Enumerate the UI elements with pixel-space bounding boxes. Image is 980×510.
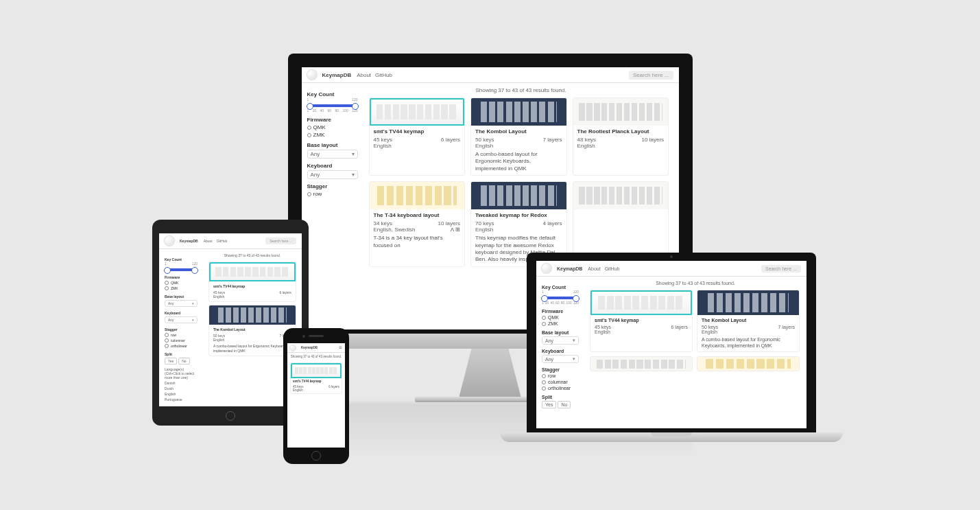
- keymap-card[interactable]: The Kombol Layout 50 keys7 layers Englis…: [697, 290, 800, 352]
- search-input[interactable]: Search here ...: [761, 265, 801, 273]
- firmware-label: Firmware: [307, 117, 358, 123]
- results-count: Showing 37 to 43 of 43 results found.: [369, 87, 673, 93]
- macbook-screen: KeymapDB AboutGitHub Search here ... Key…: [536, 261, 806, 428]
- key-count-slider[interactable]: [307, 104, 358, 107]
- keymap-card[interactable]: The T-34 keyboard layout 34 keys10 layer…: [369, 181, 466, 267]
- chevron-down-icon: ▾: [352, 151, 355, 157]
- app-logo-icon: [307, 70, 317, 80]
- home-button-icon[interactable]: [226, 411, 235, 421]
- card-title: The Rootiest Planck Layout: [577, 128, 665, 135]
- ipad-screen: KeymapDB AboutGitHub Search here ... Key…: [159, 233, 302, 406]
- card-title: smt's TV44 keymap: [374, 128, 461, 135]
- key-count-slider[interactable]: [165, 268, 198, 271]
- hamburger-icon[interactable]: ≡: [339, 345, 342, 351]
- keymap-thumbnail: [471, 98, 566, 126]
- keymap-card[interactable]: smt's TV44 keymap 45 keys6 layers Englis…: [590, 290, 693, 352]
- keymap-card[interactable]: smt's TV44 keymap 45 keys6 layers Englis…: [290, 362, 342, 394]
- linux-icon: Λ: [451, 227, 454, 233]
- keymap-card[interactable]: [590, 356, 693, 371]
- keyboard-select[interactable]: Any▾: [307, 170, 358, 179]
- keymap-card[interactable]: The Rootiest Planck Layout 48 keys10 lay…: [573, 97, 669, 176]
- iphone-screen: KeymapDB ≡ Showing 37 to 43 of 43 result…: [287, 343, 345, 448]
- iphone-device: KeymapDB ≡ Showing 37 to 43 of 43 result…: [283, 328, 349, 464]
- keymap-thumbnail: [573, 98, 669, 126]
- keymap-thumbnail: [471, 182, 566, 209]
- key-count-slider[interactable]: [542, 297, 579, 299]
- results-main: Showing 37 to 43 of 43 results found. sm…: [363, 83, 679, 271]
- brand[interactable]: KeymapDB: [322, 72, 352, 78]
- app-logo-icon: [290, 345, 296, 351]
- nav-github[interactable]: GitHub: [375, 72, 392, 78]
- keymap-card[interactable]: The Kombol Layout 50 keys7 layers Englis…: [470, 97, 567, 176]
- windows-icon: ⊞: [455, 227, 460, 233]
- nav-about[interactable]: About: [357, 72, 371, 78]
- keymap-card[interactable]: [697, 356, 800, 371]
- keymap-card[interactable]: smt's TV44 keymap 45 keys6 layers Englis…: [208, 262, 296, 302]
- macbook-device: KeymapDB AboutGitHub Search here ... Key…: [527, 253, 843, 442]
- base-layout-label: Base layout: [307, 142, 358, 148]
- keymap-thumbnail: [370, 182, 465, 209]
- base-layout-select[interactable]: Any▾: [307, 150, 358, 159]
- key-count-label: Key Count: [307, 91, 358, 97]
- card-title: Tweaked keymap for Redox: [475, 212, 562, 218]
- card-title: The T-34 keyboard layout: [374, 212, 461, 218]
- app-logo-icon: [165, 236, 174, 246]
- keymap-thumbnail: [370, 98, 465, 126]
- app-header: KeymapDB About GitHub Search here ...: [302, 67, 679, 83]
- card-title: The Kombol Layout: [475, 128, 562, 135]
- search-input[interactable]: Search here ...: [265, 237, 296, 244]
- search-input[interactable]: Search here ...: [629, 71, 673, 80]
- firmware-zmk[interactable]: ZMK: [307, 132, 358, 138]
- keymap-thumbnail: [573, 182, 669, 209]
- firmware-qmk[interactable]: QMK: [307, 124, 358, 130]
- keyboard-label: Keyboard: [307, 163, 358, 169]
- keymap-card[interactable]: smt's TV44 keymap 45 keys6 layers Englis…: [369, 97, 466, 176]
- stagger-row[interactable]: row: [307, 191, 358, 197]
- app-logo-icon: [542, 264, 551, 273]
- stagger-label: Stagger: [307, 183, 358, 189]
- home-button-icon[interactable]: [311, 451, 321, 461]
- filters-sidebar: Key Count 1120 120406080100120 Firmware …: [302, 83, 363, 271]
- chevron-down-icon: ▾: [352, 172, 355, 178]
